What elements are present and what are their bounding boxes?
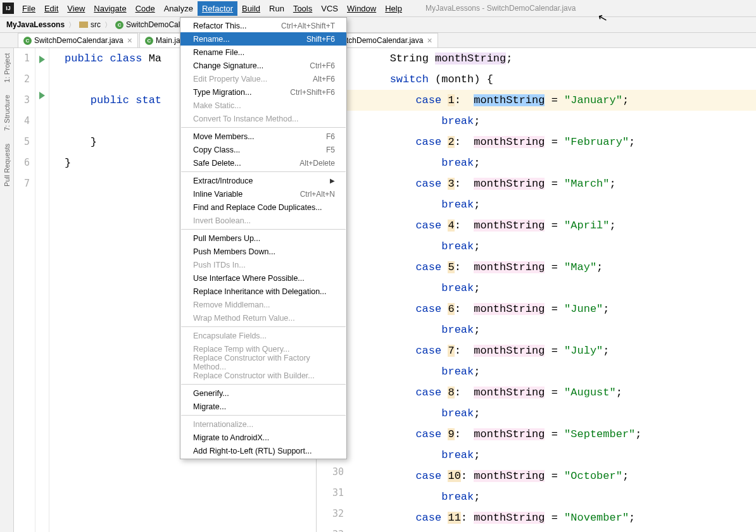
submenu-arrow-icon: ▶ — [330, 177, 335, 184]
menu-item[interactable]: Generify... — [180, 387, 346, 400]
gutter-run — [35, 48, 49, 532]
folder-icon — [79, 22, 88, 28]
menu-separator — [181, 229, 346, 230]
menu-navigate[interactable]: Navigate — [89, 1, 130, 16]
tab-switchdemo-right[interactable]: tchDemoCalendar.java × — [341, 33, 438, 47]
menu-item[interactable]: Migrate to AndroidX... — [180, 431, 346, 444]
class-icon: C — [145, 37, 153, 45]
breadcrumb-project[interactable]: MyJavaLessons — [6, 20, 65, 29]
close-icon[interactable]: × — [127, 35, 132, 46]
menu-item[interactable]: Safe Delete...Alt+Delete — [180, 156, 346, 170]
menu-item: Remove Middleman... — [180, 298, 346, 311]
toolwindow-structure[interactable]: 7: Structure — [3, 95, 11, 131]
menu-analyze[interactable]: Analyze — [160, 1, 198, 16]
menu-item[interactable]: Rename...Shift+F6 — [180, 32, 346, 46]
menu-file[interactable]: File — [18, 1, 40, 16]
menu-tools[interactable]: Tools — [289, 1, 317, 16]
code-right[interactable]: String monthString; switch (month) { cas… — [337, 48, 756, 532]
breadcrumb: MyJavaLessons 〉 src 〉 C SwitchDemoCalend… — [0, 17, 756, 33]
menu-item: Convert To Instance Method... — [180, 112, 346, 125]
menu-separator — [181, 384, 346, 385]
toolwindow-project[interactable]: 1: Project — [3, 53, 11, 82]
breadcrumb-sep: 〉 — [104, 20, 111, 30]
menu-item: Internationalize... — [180, 418, 346, 431]
class-icon: C — [23, 37, 32, 45]
menu-view[interactable]: View — [63, 1, 89, 16]
menu-item: Push ITDs In... — [180, 258, 346, 271]
menu-item[interactable]: Inline VariableCtrl+Alt+N — [180, 187, 346, 201]
editor-right: String monthString; switch (month) { cas… — [317, 48, 756, 532]
toolwindow-bar-left: 1: Project 7: Structure Pull Requests — [0, 48, 14, 532]
menu-item[interactable]: Add Right-to-Left (RTL) Support... — [180, 444, 346, 457]
menu-separator — [181, 326, 346, 327]
app-icon: IJ — [3, 3, 14, 14]
menu-vcs[interactable]: VCS — [317, 1, 343, 16]
menu-separator — [181, 171, 346, 172]
menu-item[interactable]: Pull Members Up... — [180, 232, 346, 245]
class-icon: C — [115, 21, 123, 29]
run-icon[interactable] — [39, 56, 45, 63]
menu-item[interactable]: Migrate... — [180, 400, 346, 413]
tab-switchdemo[interactable]: C SwitchDemoCalendar.java × — [18, 33, 138, 47]
menu-item[interactable]: Use Interface Where Possible... — [180, 271, 346, 285]
editor-tabs-right: tchDemoCalendar.java × — [317, 33, 756, 48]
menu-separator — [181, 415, 346, 416]
menu-item[interactable]: Move Members...F6 — [180, 130, 346, 143]
menu-item[interactable]: Rename File... — [180, 46, 346, 59]
menu-item: Replace Constructor with Factory Method.… — [180, 356, 346, 369]
breadcrumb-sep: 〉 — [68, 20, 75, 30]
toolwindow-pullrequests[interactable]: Pull Requests — [3, 144, 11, 187]
menu-refactor[interactable]: Refactor — [198, 1, 237, 16]
menu-item[interactable]: Copy Class...F5 — [180, 143, 346, 156]
breadcrumb-src[interactable]: src — [79, 20, 101, 29]
menu-build[interactable]: Build — [237, 1, 265, 16]
gutter-marks — [49, 48, 61, 532]
menu-separator — [181, 127, 346, 128]
menu-edit[interactable]: Edit — [40, 1, 63, 16]
editor-right-split: tchDemoCalendar.java × String monthStrin… — [316, 33, 756, 532]
menu-item: Wrap Method Return Value... — [180, 311, 346, 325]
menu-run[interactable]: Run — [265, 1, 289, 16]
menu-help[interactable]: Help — [381, 1, 406, 16]
menu-item[interactable]: Refactor This...Ctrl+Alt+Shift+T — [180, 19, 346, 32]
menu-item[interactable]: Push Members Down... — [180, 245, 346, 258]
menu-item[interactable]: Extract/Introduce▶ — [180, 174, 346, 187]
window-title: MyJavaLessons - SwitchDemoCalendar.java — [425, 4, 576, 13]
close-icon[interactable]: × — [427, 35, 432, 46]
menu-item: Invert Boolean... — [180, 214, 346, 227]
gutter-line-numbers: 1 2 3 4 5 6 7 — [14, 48, 35, 532]
menu-window[interactable]: Window — [343, 1, 381, 16]
menu-item[interactable]: Replace Inheritance with Delegation... — [180, 285, 346, 298]
menu-code[interactable]: Code — [131, 1, 160, 16]
menu-item[interactable]: Change Signature...Ctrl+F6 — [180, 59, 346, 72]
menubar: IJ File Edit View Navigate Code Analyze … — [0, 0, 756, 17]
menu-item: Encapsulate Fields... — [180, 329, 346, 342]
menu-item[interactable]: Type Migration...Ctrl+Shift+F6 — [180, 85, 346, 99]
menu-item: Make Static... — [180, 99, 346, 112]
menu-item[interactable]: Find and Replace Code Duplicates... — [180, 201, 346, 214]
menu-item: Edit Property Value...Alt+F6 — [180, 72, 346, 85]
refactor-menu-dropdown: Refactor This...Ctrl+Alt+Shift+TRename..… — [180, 17, 347, 459]
run-icon[interactable] — [39, 92, 45, 99]
